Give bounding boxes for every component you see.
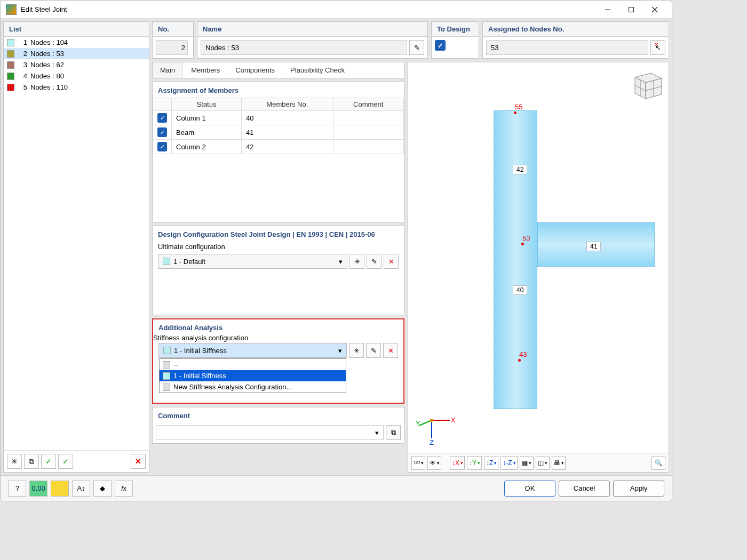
config-edit-button[interactable]: ✎ — [367, 254, 382, 269]
units-button[interactable]: 0,00 — [29, 481, 47, 497]
assignment-title: Assignment of Members — [153, 82, 404, 97]
check-a-button[interactable]: ✓ — [41, 454, 56, 469]
maximize-button[interactable] — [619, 2, 643, 17]
design-config-title: Design Configuration Steel Joint Design … — [153, 226, 404, 241]
minimize-button[interactable] — [596, 2, 619, 17]
table-row[interactable]: ✓Column 242 — [153, 140, 404, 154]
to-design-label: To Design — [432, 22, 479, 37]
node-label: 55 — [515, 103, 522, 111]
ai-button[interactable]: A↕ — [72, 481, 90, 497]
list-item[interactable]: 4Nodes : 80 — [4, 70, 149, 82]
table-row[interactable]: ✓Beam41 — [153, 125, 404, 140]
node-label: 43 — [519, 350, 527, 358]
ultimate-config-select[interactable]: 1 - Default▾ — [158, 254, 347, 269]
comment-field[interactable]: ▾ — [156, 425, 384, 440]
config-new-button[interactable]: ✳ — [349, 254, 364, 269]
additional-analysis-panel: Additional Analysis Stiffness analysis c… — [152, 318, 404, 404]
list-item[interactable]: 3Nodes : 62 — [4, 59, 149, 70]
lang-button[interactable]: ◆ — [93, 481, 112, 497]
to-design-checkbox[interactable]: ✓ — [435, 40, 446, 51]
svg-text:Z: Z — [430, 438, 434, 446]
viewport-3d[interactable]: 555343424041 X Y — [408, 62, 669, 473]
dropdown-option[interactable]: New Stiffness Analysis Configuration... — [160, 381, 346, 393]
node-label: 53 — [522, 234, 530, 242]
vt-z2[interactable]: ↕-Z — [500, 456, 517, 470]
config-pick-button[interactable]: ✕ — [384, 254, 399, 269]
vt-y[interactable]: ↕Y — [467, 456, 482, 470]
titlebar: Edit Steel Joint — [1, 1, 672, 19]
pick-nodes-button[interactable]: ✕↖ — [650, 40, 665, 55]
vt-render[interactable]: ▦ — [520, 456, 534, 470]
assigned-label: Assigned to Nodes No. — [483, 22, 669, 37]
delete-button[interactable]: ✕ — [131, 454, 146, 469]
table-row[interactable]: ✓Column 140 — [153, 111, 404, 125]
name-card: Name ✎ — [197, 21, 428, 59]
tab-main[interactable]: Main — [153, 62, 183, 78]
color-button[interactable] — [51, 481, 69, 497]
name-field[interactable] — [201, 40, 407, 55]
tab-plausibility-check[interactable]: Plausibility Check — [282, 62, 352, 78]
app-icon — [6, 4, 17, 15]
stiffness-dropdown[interactable]: --1 - Initial SiffnessNew Stiffness Anal… — [159, 358, 346, 393]
axis-gizmo: X Y Z — [416, 404, 458, 449]
vt-numbering[interactable]: ¹²³ — [411, 456, 425, 470]
list-item[interactable]: 5Nodes : 110 — [4, 82, 149, 93]
viewport-toolbar: ¹²³ 👁 ↕X ↕Y ↕Z ↕-Z ▦ ◫ 🖶 🔍 — [408, 453, 669, 472]
vt-print[interactable]: 🖶 — [552, 456, 566, 470]
vt-z1[interactable]: ↕Z — [484, 456, 498, 470]
nav-cube[interactable] — [627, 67, 664, 104]
comment-title: Comment — [153, 407, 404, 422]
list-title: List — [4, 22, 149, 37]
svg-point-17 — [430, 419, 433, 422]
ultimate-config-label: Ultimate configuration — [153, 241, 404, 253]
member-label: 42 — [513, 165, 527, 174]
window-title: Edit Steel Joint — [21, 5, 596, 13]
no-card: No. — [152, 21, 194, 59]
joint-list[interactable]: 1Nodes : 1042Nodes : 533Nodes : 624Nodes… — [4, 37, 149, 450]
members-table[interactable]: StatusMembers No.Comment✓Column 140✓Beam… — [153, 98, 404, 154]
assigned-card: Assigned to Nodes No. 53 ✕↖ — [482, 21, 669, 59]
rename-button[interactable]: ✎ — [409, 40, 424, 55]
member-label: 40 — [513, 285, 527, 295]
vt-x[interactable]: ↕X — [450, 456, 465, 470]
apply-button[interactable]: Apply — [613, 481, 664, 497]
dropdown-option[interactable]: -- — [160, 359, 346, 370]
tab-members[interactable]: Members — [183, 62, 227, 78]
vt-view[interactable]: 👁 — [427, 456, 441, 470]
svg-text:X: X — [451, 416, 456, 424]
footer: ？ 0,00 A↕ ◆ fx OK Cancel Apply — [1, 475, 672, 501]
assigned-field[interactable]: 53 — [486, 40, 648, 55]
additional-title: Additional Analysis — [153, 319, 403, 334]
svg-text:Y: Y — [416, 419, 420, 427]
member-label: 41 — [586, 242, 601, 251]
vt-box[interactable]: ◫ — [536, 456, 550, 470]
cancel-button[interactable]: Cancel — [559, 481, 610, 497]
vt-zoom[interactable]: 🔍 — [651, 456, 665, 470]
list-item[interactable]: 1Nodes : 104 — [4, 37, 149, 48]
stiffness-config-select[interactable]: 1 - Initial Siffness▾ --1 - Initial Siff… — [158, 343, 347, 358]
stiffness-pick-button[interactable]: ✕ — [383, 343, 398, 358]
fx-button[interactable]: fx — [115, 481, 133, 497]
ok-button[interactable]: OK — [504, 481, 555, 497]
check-b-button[interactable]: ✓ — [58, 454, 73, 469]
close-button[interactable] — [643, 2, 666, 17]
name-label: Name — [197, 22, 427, 37]
list-item[interactable]: 2Nodes : 53 — [4, 48, 149, 59]
dropdown-option[interactable]: 1 - Initial Siffness — [160, 370, 346, 381]
comment-library-button[interactable]: ⧉ — [386, 425, 401, 440]
tab-components[interactable]: Components — [227, 62, 282, 78]
stiffness-new-button[interactable]: ✳ — [349, 343, 364, 358]
list-panel: List 1Nodes : 1042Nodes : 533Nodes : 624… — [3, 21, 149, 473]
no-field[interactable] — [156, 40, 188, 55]
help-button[interactable]: ？ — [8, 481, 26, 497]
new-button[interactable]: ✳ — [7, 454, 22, 469]
svg-line-13 — [419, 420, 432, 426]
to-design-card: To Design ✓ — [431, 21, 479, 59]
copy-button[interactable]: ⧉ — [24, 454, 39, 469]
no-label: No. — [153, 22, 193, 37]
stiffness-edit-button[interactable]: ✎ — [366, 343, 381, 358]
stiffness-config-label: Stiffness analysis configuration — [153, 334, 403, 342]
svg-rect-1 — [629, 7, 634, 12]
tab-bar: MainMembersComponentsPlausibility Check — [152, 62, 404, 78]
comment-card: Comment ▾ ⧉ — [152, 407, 404, 444]
